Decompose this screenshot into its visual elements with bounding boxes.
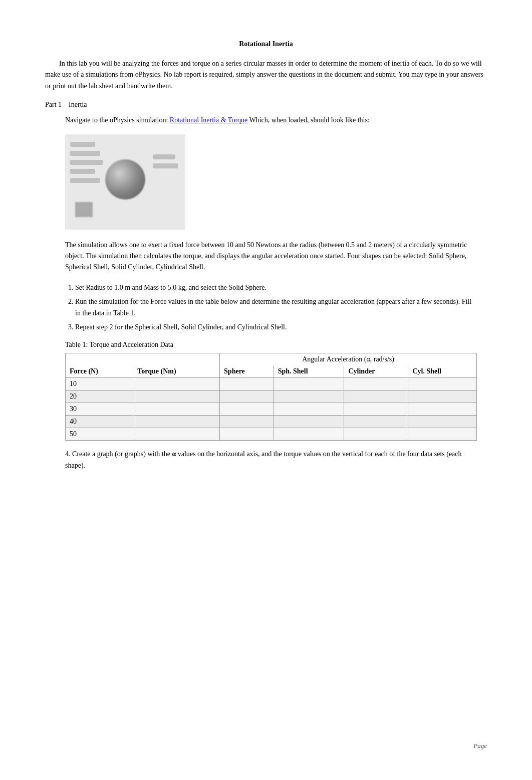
page-title: Rotational Inertia — [45, 40, 487, 48]
sim-small-block — [75, 202, 93, 217]
simulation-screenshot — [65, 134, 185, 230]
col-force: Force (N) — [66, 365, 133, 378]
force-cell: 50 — [66, 428, 133, 441]
data-table: Angular Acceleration (α, rad/s/s) Force … — [65, 353, 477, 441]
simulation-link[interactable]: Rotational Inertia & Torque — [170, 116, 247, 124]
data-cell — [408, 378, 477, 391]
data-cell — [344, 428, 408, 441]
data-cell — [344, 416, 408, 428]
table-row: 50 — [66, 428, 477, 441]
nav-link-text: Rotational Inertia & Torque — [170, 116, 247, 124]
page-footer: Page — [473, 742, 487, 750]
force-cell: 20 — [66, 391, 133, 403]
sim-sphere — [105, 159, 145, 200]
table-row: 20 — [66, 391, 477, 403]
table-body: 10 20 30 40 50 — [66, 378, 477, 441]
sim-right-bar-2 — [153, 163, 178, 168]
col-force-text: Force (N) — [70, 367, 98, 375]
col-cylinder-text: Cylinder — [348, 367, 375, 375]
table-row: 40 — [66, 416, 477, 428]
data-cell — [274, 403, 344, 416]
data-cell — [220, 428, 274, 441]
description-text: The simulation allows one to exert a fix… — [65, 241, 467, 271]
sim-content — [65, 134, 185, 230]
page: Rotational Inertia In this lab you will … — [0, 0, 532, 780]
step-2: Run the simulation for the Force values … — [75, 296, 477, 319]
sim-controls-right — [153, 154, 178, 172]
sim-bar-3 — [70, 160, 103, 165]
sim-bar-4 — [70, 169, 95, 174]
data-cell — [274, 378, 344, 391]
sim-bar-2 — [70, 151, 100, 156]
intro-text: In this lab you will be analyzing the fo… — [45, 60, 483, 90]
table-label-text: Table 1: Torque and Acceleration Data — [65, 341, 173, 348]
description-paragraph: The simulation allows one to exert a fix… — [65, 240, 477, 273]
data-cell — [220, 391, 274, 403]
step4-paragraph: 4. Create a graph (or graphs) with the α… — [65, 449, 477, 471]
part1-heading-text: Part 1 – Inertia — [45, 101, 87, 108]
col-sph-shell: Sph. Shell — [274, 365, 344, 378]
col-torque-text: Torque (Nm) — [137, 367, 176, 375]
force-cell: 40 — [66, 416, 133, 428]
col-sph-shell-text: Sph. Shell — [278, 367, 308, 375]
data-cell — [408, 416, 477, 428]
data-cell — [220, 416, 274, 428]
col-torque: Torque (Nm) — [133, 365, 220, 378]
data-cell — [133, 416, 220, 428]
data-cell — [408, 391, 477, 403]
data-cell — [344, 378, 408, 391]
data-cell — [408, 428, 477, 441]
intro-paragraph: In this lab you will be analyzing the fo… — [45, 58, 487, 92]
col-cyl-shell-text: Cyl. Shell — [412, 367, 441, 375]
col-cyl-shell: Cyl. Shell — [408, 365, 477, 378]
data-cell — [274, 391, 344, 403]
data-cell — [274, 416, 344, 428]
col-header-row: Force (N) Torque (Nm) Sphere Sph. Shell … — [66, 365, 477, 378]
angular-accel-header-row: Angular Acceleration (α, rad/s/s) — [66, 353, 477, 366]
step4-prefix-text: 4. Create a graph (or graphs) with the — [65, 450, 172, 458]
data-cell — [344, 403, 408, 416]
nav-before-text: Navigate to the oPhysics simulation: — [65, 116, 170, 124]
title-text: Rotational Inertia — [239, 40, 293, 48]
data-cell — [133, 378, 220, 391]
step-3: Repeat step 2 for the Spherical Shell, S… — [75, 322, 477, 333]
angular-accel-header-text: Angular Acceleration (α, rad/s/s) — [302, 355, 394, 363]
steps-list: Set Radius to 1.0 m and Mass to 5.0 kg, … — [75, 282, 477, 333]
table-label: Table 1: Torque and Acceleration Data — [65, 341, 477, 349]
data-cell — [133, 403, 220, 416]
step-1-text: Set Radius to 1.0 m and Mass to 5.0 kg, … — [75, 284, 267, 291]
step-3-text: Repeat step 2 for the Spherical Shell, S… — [75, 323, 287, 331]
data-cell — [220, 378, 274, 391]
part1-heading: Part 1 – Inertia — [45, 101, 487, 109]
table-row: 30 — [66, 403, 477, 416]
data-cell — [220, 403, 274, 416]
sim-controls-left — [70, 142, 103, 187]
sim-bar-1 — [70, 142, 95, 147]
nav-after-text: Which, when loaded, should look like thi… — [247, 116, 370, 124]
step-1: Set Radius to 1.0 m and Mass to 5.0 kg, … — [75, 282, 477, 293]
force-cell: 30 — [66, 403, 133, 416]
data-cell — [344, 391, 408, 403]
data-cell — [133, 391, 220, 403]
sim-bar-5 — [70, 178, 100, 183]
empty-header — [66, 353, 220, 366]
step-2-text: Run the simulation for the Force values … — [75, 298, 471, 316]
data-cell — [408, 403, 477, 416]
col-cylinder: Cylinder — [344, 365, 408, 378]
col-sphere: Sphere — [220, 365, 274, 378]
data-cell — [274, 428, 344, 441]
footer-text: Page — [473, 742, 487, 749]
col-sphere-text: Sphere — [224, 367, 245, 375]
nav-paragraph: Navigate to the oPhysics simulation: Rot… — [65, 115, 477, 126]
sim-right-bar-1 — [153, 154, 175, 159]
angular-accel-header: Angular Acceleration (α, rad/s/s) — [220, 353, 477, 366]
part1-content: Navigate to the oPhysics simulation: Rot… — [65, 115, 477, 471]
force-cell: 10 — [66, 378, 133, 391]
table-row: 10 — [66, 378, 477, 391]
data-cell — [133, 428, 220, 441]
